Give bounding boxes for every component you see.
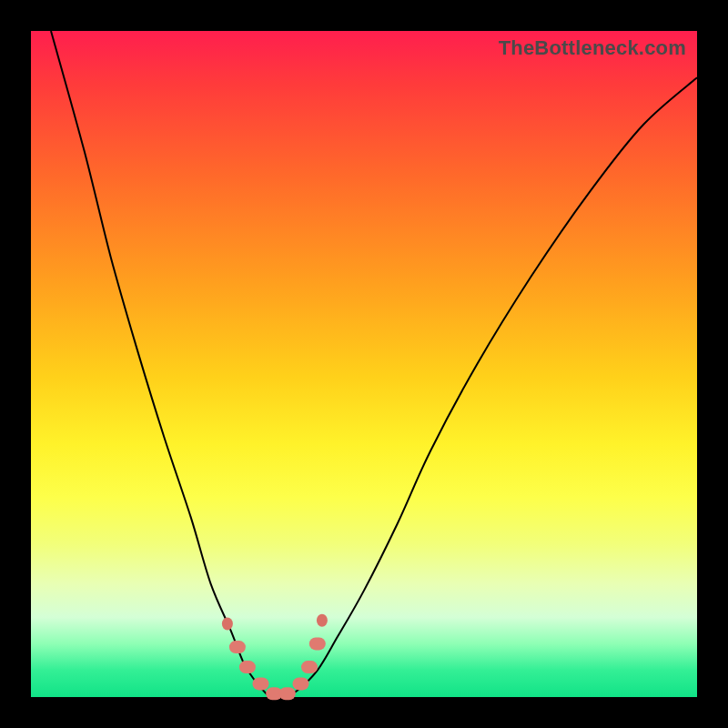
- curve-marker: [293, 677, 309, 690]
- bottleneck-curve: [51, 31, 697, 698]
- curve-marker: [222, 618, 233, 631]
- curve-marker: [279, 687, 296, 700]
- curve-marker: [317, 614, 328, 627]
- curve-marker: [253, 677, 269, 690]
- chart-frame: TheBottleneck.com: [0, 0, 728, 728]
- marker-group: [222, 614, 328, 701]
- bottleneck-curve-svg: [31, 31, 697, 697]
- curve-marker: [239, 661, 256, 673]
- curve-marker: [229, 641, 246, 653]
- curve-marker: [301, 661, 318, 673]
- plot-area: TheBottleneck.com: [31, 31, 697, 697]
- curve-marker: [309, 637, 326, 650]
